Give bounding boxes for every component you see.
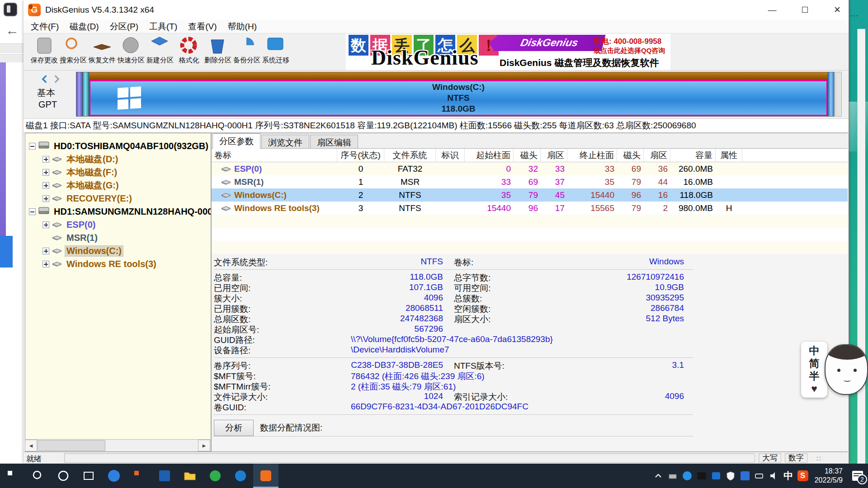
column-header[interactable]: 文件系统: [384, 149, 436, 162]
menu-item-4[interactable]: 查看(V): [183, 20, 222, 33]
speaker-icon[interactable]: [767, 464, 781, 488]
column-header[interactable]: 标识: [436, 149, 465, 162]
expand-icon[interactable]: [42, 248, 49, 254]
tab-2[interactable]: 扇区编辑: [310, 135, 358, 148]
menu-item-3[interactable]: 工具(T): [144, 20, 183, 33]
toolbar-button-2[interactable]: 恢复文件: [88, 34, 117, 70]
tree-item--d-[interactable]: 本地磁盘(D:): [25, 153, 211, 166]
tree-item-hd1-samsungmznln128hahq-000[interactable]: HD1:SAMSUNGMZNLN128HAHQ-000: [25, 205, 211, 218]
expand-icon[interactable]: [42, 261, 49, 267]
tree-item--g-[interactable]: 本地磁盘(G:): [25, 179, 211, 192]
expand-icon[interactable]: [42, 169, 49, 176]
tray-expand-icon[interactable]: [651, 464, 665, 488]
table-row-msr-1-[interactable]: MSR(1)1MSR33693735794416.0MB: [212, 175, 848, 188]
column-header[interactable]: 磁头: [514, 149, 541, 162]
tree-item-msr-1-[interactable]: MSR(1): [25, 231, 211, 244]
taskbar-search-icon[interactable]: [25, 464, 51, 488]
ime-language-indicator[interactable]: 中: [781, 464, 796, 488]
sogou-status-glyph-0[interactable]: 中: [809, 345, 820, 357]
menu-item-2[interactable]: 分区(P): [104, 20, 144, 33]
edge-icon[interactable]: [228, 464, 253, 488]
sogou-status-glyph-1[interactable]: 简: [809, 357, 820, 369]
prev-disk-icon[interactable]: [40, 74, 50, 84]
tree-item-windows-c-[interactable]: Windows(C:): [25, 244, 211, 258]
partition-sliver-msr[interactable]: [83, 72, 89, 116]
messenger-icon[interactable]: [680, 464, 694, 488]
menu-item-1[interactable]: 磁盘(D): [64, 20, 104, 33]
nvidia-icon[interactable]: [694, 464, 709, 488]
table-row-esp-0-[interactable]: ESP(0)0FAT3203233336936260.0MB: [212, 162, 848, 175]
toolbar-button-7[interactable]: 备份分区: [232, 34, 261, 70]
collapse-icon[interactable]: [29, 208, 36, 215]
minimize-button[interactable]: —: [760, 0, 784, 20]
intel-icon[interactable]: HD: [709, 464, 723, 488]
tree-item-esp-0-[interactable]: ESP(0): [25, 218, 211, 231]
sogou-status-glyph-3[interactable]: ♥: [811, 383, 817, 394]
partition-sliver-re-tools[interactable]: [828, 72, 834, 116]
toolbar-button-5[interactable]: 格式化: [175, 34, 203, 70]
taskbar-clock[interactable]: 18:37 2022/5/9: [810, 467, 847, 485]
tree-item-recovery-e-[interactable]: RECOVERY(E:): [25, 192, 211, 205]
start-icon[interactable]: [0, 464, 25, 488]
tab-1[interactable]: 浏览文件: [261, 135, 309, 148]
tree-item--f-[interactable]: 本地磁盘(F:): [25, 166, 211, 179]
toolbar-button-8[interactable]: 系统迁移: [261, 34, 290, 70]
analyze-button[interactable]: 分析: [214, 420, 254, 436]
scroll-right-button[interactable]: ▸: [198, 440, 210, 451]
diskgenius-app-icon[interactable]: G: [253, 464, 278, 488]
column-header[interactable]: 容量: [670, 149, 716, 162]
partition-bar-scrollbar[interactable]: [835, 72, 842, 117]
defender-icon[interactable]: [723, 464, 738, 488]
action-center-icon[interactable]: 2: [847, 464, 868, 488]
column-header[interactable]: 终止柱面: [567, 149, 617, 162]
scroll-thumb[interactable]: [38, 440, 105, 451]
expand-icon[interactable]: [42, 195, 49, 202]
word-app-icon[interactable]: W: [152, 464, 177, 488]
toolbar-button-3[interactable]: 快速分区: [117, 34, 146, 70]
tree-item-hd0-toshibamq04abf100-932gb-[interactable]: HD0:TOSHIBAMQ04ABF100(932GB): [25, 140, 211, 153]
column-header[interactable]: 磁头: [617, 149, 644, 162]
green-browser-icon[interactable]: e: [203, 464, 228, 488]
ad-banner[interactable]: 数据丢了怎么！ DiskGenius DiskGenius 致电: 400-00…: [346, 34, 670, 70]
column-header[interactable]: 卷标: [212, 149, 337, 162]
toolbar-button-6[interactable]: 删除分区: [203, 34, 232, 70]
toolbar-button-0[interactable]: 保存更改: [30, 34, 59, 70]
more-options-icon[interactable]: ...: [850, 8, 859, 19]
partition-block-windows-c[interactable]: Windows(C:) NTFS 118.0GB: [89, 72, 828, 116]
collapse-icon[interactable]: [29, 143, 36, 150]
resize-grip[interactable]: [816, 456, 822, 461]
menu-item-0[interactable]: 文件(F): [25, 20, 64, 33]
expand-icon[interactable]: [42, 221, 49, 228]
expand-icon[interactable]: [42, 156, 49, 163]
column-header[interactable]: 序号(状态): [337, 149, 384, 162]
sogou-tray-icon[interactable]: S: [796, 464, 810, 488]
close-button[interactable]: ✕: [826, 0, 849, 20]
battery-icon[interactable]: [752, 464, 767, 488]
toolbar-button-4[interactable]: 新建分区: [146, 34, 175, 70]
scroll-left-button[interactable]: ◂: [25, 440, 37, 451]
column-header[interactable]: 起始柱面: [465, 149, 514, 162]
toolbar-button-1[interactable]: 搜索分区: [59, 34, 88, 70]
column-header[interactable]: 扇区: [541, 149, 567, 162]
table-row-windows-c-[interactable]: Windows(C:)2NTFS357945154409616118.0GB: [212, 188, 848, 202]
tree-item-windows-re-tools-3-[interactable]: Windows RE tools(3): [25, 258, 211, 271]
tree-horizontal-scrollbar[interactable]: ◂ ▸: [25, 439, 210, 451]
tab-0[interactable]: 分区参数: [212, 133, 260, 149]
ad-qq-link[interactable]: 或点击此处选择QQ咨询: [594, 47, 665, 55]
snowflake-icon[interactable]: [738, 464, 752, 488]
next-disk-icon[interactable]: [52, 74, 61, 84]
partition-sliver-esp[interactable]: [76, 72, 83, 116]
printer-icon[interactable]: [665, 464, 680, 488]
lightning-app-icon[interactable]: [101, 464, 127, 488]
cortana-icon[interactable]: [51, 464, 76, 488]
task-view-icon[interactable]: [76, 464, 101, 488]
expand-icon[interactable]: [42, 182, 49, 189]
maximize-button[interactable]: [793, 0, 816, 20]
sogou-status-glyph-2[interactable]: 半: [809, 370, 820, 382]
column-header[interactable]: 扇区: [644, 149, 670, 162]
file-explorer-icon[interactable]: [177, 464, 203, 488]
column-header[interactable]: 属性: [716, 149, 742, 162]
menu-item-5[interactable]: 帮助(H): [222, 20, 262, 33]
sogou-ime-widget[interactable]: 中简半♥: [801, 340, 868, 399]
store-app-icon[interactable]: [127, 464, 152, 488]
